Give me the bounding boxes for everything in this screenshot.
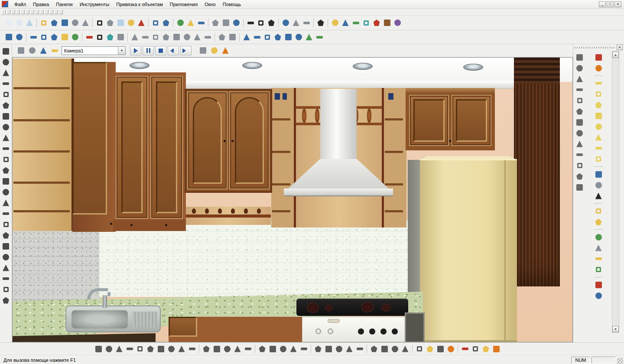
shell-button[interactable] [299,344,309,354]
pointer-button[interactable] [94,18,105,28]
menu-Панели[interactable]: Панели [52,1,76,8]
twist-button[interactable] [400,344,410,354]
toolbar-grip[interactable] [54,10,58,14]
export-button[interactable] [70,18,80,28]
toolbar-grip[interactable] [26,10,29,14]
eraser-button[interactable] [575,95,585,106]
draw-curve-button[interactable] [266,18,276,28]
snap-tangent-button[interactable] [182,32,192,42]
menu-Файл[interactable]: Файл [11,1,29,8]
distribute-vertical-button[interactable] [293,32,304,42]
annotate-button[interactable] [575,150,585,160]
menu-Привязка к объектам[interactable]: Привязка к объектам [113,1,166,8]
new-button[interactable] [3,18,14,28]
primitive-pyramid-button[interactable] [145,344,156,354]
print-area-button[interactable] [575,160,585,171]
primitive-cone-button[interactable] [124,344,135,354]
menu-Приложения[interactable]: Приложения [166,1,201,8]
orbit-view-button[interactable] [351,18,361,28]
primitive-box-button[interactable] [93,344,104,354]
camera-settings-button[interactable] [49,46,60,56]
grid-toggle-button[interactable] [291,18,301,28]
measure-3d-button[interactable] [414,344,425,354]
zoom-previous-button[interactable] [49,32,59,42]
swap-objects-button[interactable] [593,290,604,301]
visibility-button[interactable] [575,139,585,149]
light-source-button[interactable] [425,344,435,354]
close-icon[interactable]: × [617,45,623,50]
rotate-tool-button[interactable] [1,187,11,197]
zoom-extents-button[interactable] [39,32,49,42]
rotate-90-button[interactable] [304,32,314,42]
copy-button[interactable] [115,18,126,28]
collapse-panel-button[interactable] [575,182,585,192]
insert-object-button[interactable] [175,18,185,28]
text-tool-button[interactable] [382,18,392,28]
save-all-button[interactable] [59,18,70,28]
paste-button[interactable] [126,18,136,28]
snap-intersection-button[interactable] [161,32,171,42]
new-from-template-button[interactable] [14,18,24,28]
mirror-3d-button[interactable] [344,344,354,354]
cut-button[interactable] [105,18,115,28]
insert-image-button[interactable] [185,18,196,28]
boolean-union-button[interactable] [257,344,267,354]
polyline-tool-button[interactable] [1,68,11,78]
home-view-button[interactable] [491,344,501,354]
selection-frame-button[interactable] [210,18,221,28]
toolbar-grip[interactable] [49,10,53,14]
mesh-edit-button[interactable] [369,344,379,354]
chevron-down-icon[interactable]: ▼ [118,47,125,55]
primitive-prism-button[interactable] [156,344,166,354]
toolbar-grip[interactable] [21,10,25,14]
print-button[interactable] [80,18,91,28]
open-button[interactable] [39,18,49,28]
move-3d-button[interactable] [313,344,323,354]
draw-arc-button[interactable] [256,18,266,28]
primitive-wedge-button[interactable] [187,344,197,354]
align-right-button[interactable] [273,32,283,42]
boolean-subtract-button[interactable] [267,344,278,354]
pan-hand-button[interactable] [330,18,340,28]
select-tool-button[interactable] [1,46,11,56]
snap-grid-button[interactable] [202,32,213,42]
edge-banding-button[interactable] [593,143,604,153]
toolbar-grip[interactable] [2,10,6,14]
right-scrollbar[interactable]: ▲ ▼ [612,51,619,333]
help-hint-button[interactable] [481,344,491,354]
bend-button[interactable] [390,344,400,354]
menu-Помощь[interactable]: Помощь [219,1,245,8]
report-button[interactable] [593,243,604,253]
erase-button[interactable] [136,18,146,28]
snap-center-button[interactable] [150,32,161,42]
zoom-realtime-button[interactable] [340,18,351,28]
surface-button[interactable] [243,344,253,354]
frame-object-button[interactable] [593,217,604,227]
pencil-button[interactable] [575,84,585,95]
panel-list-button[interactable] [575,171,585,182]
edit-furniture-model-button[interactable] [593,63,604,73]
camera-list-button[interactable] [27,46,37,56]
primitive-torus-button[interactable] [166,344,176,354]
toolbar-grip[interactable] [59,10,63,14]
boolean-intersect-button[interactable] [278,344,288,354]
sweep-button[interactable] [222,344,232,354]
render-preview-button[interactable] [220,46,231,56]
array-tool-button[interactable] [1,230,11,240]
select-all-button[interactable] [231,18,241,28]
edit-points-button[interactable] [84,32,94,42]
insert-text-button[interactable] [196,18,206,28]
toolbar-grip[interactable] [30,10,34,14]
resize-grip[interactable] [617,358,623,364]
scene-settings-button[interactable] [470,344,481,354]
magnet-snap-button[interactable] [575,106,585,117]
chamfer-tool-button[interactable] [1,273,11,284]
shaded-view-button[interactable] [209,46,219,56]
dimension-tool-button[interactable] [1,284,11,295]
panel-element-button[interactable] [593,78,604,88]
scale-tool-button[interactable] [1,208,11,219]
loft-button[interactable] [232,344,243,354]
distribute-horizontal-button[interactable] [283,32,293,42]
snap-perpendicular-button[interactable] [171,32,182,42]
tools-setup-button[interactable] [593,191,604,201]
